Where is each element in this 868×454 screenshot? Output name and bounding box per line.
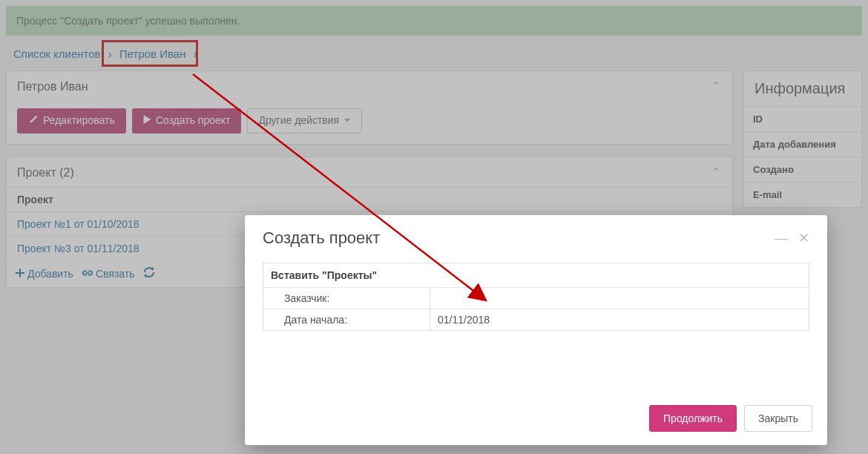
minimize-icon[interactable]: — bbox=[775, 231, 788, 246]
field-value-start-date[interactable]: 01/11/2018 bbox=[430, 309, 809, 331]
continue-button[interactable]: Продолжить bbox=[649, 405, 737, 432]
modal-title: Создать проект bbox=[263, 228, 380, 248]
modal-form-table: Вставить "Проекты" Заказчик: Дата начала… bbox=[263, 263, 809, 331]
close-icon[interactable]: ✕ bbox=[798, 231, 809, 246]
create-project-modal: Создать проект — ✕ Вставить "Проекты" За… bbox=[245, 215, 827, 445]
modal-section-header: Вставить "Проекты" bbox=[263, 263, 809, 288]
close-button-label: Закрыть bbox=[758, 412, 798, 424]
continue-button-label: Продолжить bbox=[663, 412, 723, 424]
field-label-customer: Заказчик: bbox=[263, 288, 430, 309]
field-label-start-date: Дата начала: bbox=[263, 309, 430, 331]
field-value-customer[interactable] bbox=[430, 288, 809, 309]
close-button[interactable]: Закрыть bbox=[744, 405, 812, 432]
